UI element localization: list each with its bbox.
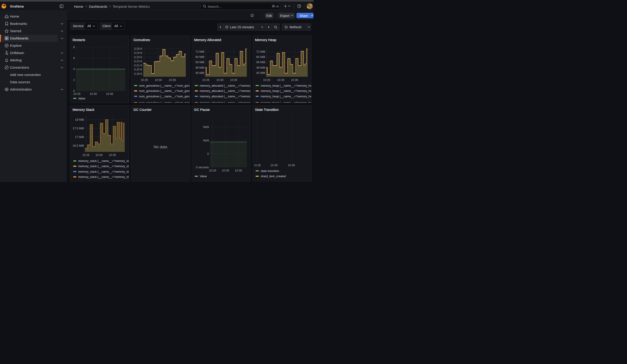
svg-text:10:30: 10:30: [222, 169, 229, 172]
svg-text:memory_stack {__name__="memory: memory_stack {__name__="memory_stack", i…: [78, 170, 129, 173]
svg-text:18 MiB: 18 MiB: [75, 118, 84, 121]
svg-text:Memory Stack: Memory Stack: [72, 108, 94, 111]
svg-text:memory_allocated {__name__="me: memory_allocated {__name__="memory_alloc…: [200, 84, 251, 87]
svg-text:64 MiB: 64 MiB: [195, 55, 204, 59]
svg-text:memory_heap {__name__="memory_: memory_heap {__name__="memory_heap", ins…: [261, 84, 312, 87]
svg-text:memory_stack {__name__="memory: memory_stack {__name__="memory_stack", i…: [78, 175, 129, 179]
svg-text:3.21 K: 3.21 K: [134, 64, 142, 67]
svg-text:10:25: 10:25: [263, 78, 270, 82]
svg-text:NaN: NaN: [203, 125, 209, 129]
svg-text:10:35: 10:35: [235, 169, 242, 172]
svg-text:10:30: 10:30: [90, 92, 97, 96]
svg-text:10:30: 10:30: [277, 78, 284, 82]
svg-text:Memory Allocated: Memory Allocated: [194, 38, 221, 42]
svg-text:NaN: NaN: [203, 139, 209, 142]
svg-text:10:25: 10:25: [209, 169, 216, 172]
svg-text:0:25: 0:25: [255, 164, 261, 167]
svg-text:48 MiB: 48 MiB: [256, 66, 265, 69]
svg-text:3.24 K: 3.24 K: [134, 51, 142, 54]
svg-text:10:35: 10:35: [109, 154, 116, 157]
svg-text:memory_allocated {__name__="me: memory_allocated {__name__="memory_alloc…: [200, 95, 251, 98]
svg-text:40 MiB: 40 MiB: [256, 71, 265, 75]
svg-text:16.5 MiB: 16.5 MiB: [73, 144, 84, 147]
svg-text:Restarts: Restarts: [72, 38, 85, 42]
svg-text:memory_heap {__name__="memory_: memory_heap {__name__="memory_heap", ins…: [261, 95, 312, 98]
svg-text:3.19 K: 3.19 K: [134, 72, 142, 75]
svg-text:0 seconds: 0 seconds: [196, 166, 209, 169]
svg-text:10:25: 10:25: [141, 78, 148, 82]
svg-text:State Transition: State Transition: [255, 108, 279, 111]
svg-text:10:35: 10:35: [230, 78, 237, 82]
svg-text:memory_stack {__name__="memory: memory_stack {__name__="memory_stack", i…: [78, 165, 129, 168]
svg-text:num_goroutines {__name__="num_: num_goroutines {__name__="num_goroutines…: [139, 95, 190, 98]
svg-text:10:25: 10:25: [73, 92, 80, 96]
svg-text:10:30: 10:30: [96, 154, 103, 157]
svg-text:memory_allocated {__name__="me: memory_allocated {__name__="memory_alloc…: [200, 101, 251, 103]
svg-text:10:35: 10:35: [288, 164, 295, 167]
svg-text:shard_item_created: shard_item_created: [261, 175, 286, 178]
svg-text:17 MiB: 17 MiB: [75, 135, 84, 139]
svg-text:3.22 K: 3.22 K: [134, 60, 142, 63]
svg-text:memory_stack {__name__="memory: memory_stack {__name__="memory_stack", i…: [78, 159, 129, 163]
svg-text:40 MiB: 40 MiB: [195, 71, 204, 75]
svg-text:10:25: 10:25: [82, 154, 89, 157]
svg-text:num_goroutines {__name__="num_: num_goroutines {__name__="num_goroutines…: [139, 84, 190, 87]
svg-text:72 MiB: 72 MiB: [195, 50, 204, 53]
svg-text:10:30: 10:30: [270, 164, 277, 167]
svg-text:10:35: 10:35: [169, 78, 176, 82]
svg-text:10:35: 10:35: [106, 92, 113, 96]
svg-text:10:25: 10:25: [202, 78, 209, 82]
svg-text:Goroutines: Goroutines: [133, 38, 150, 42]
svg-text:No data: No data: [154, 145, 167, 149]
svg-text:10:30: 10:30: [155, 78, 162, 82]
svg-text:Value: Value: [200, 175, 207, 178]
svg-text:17.5 MiB: 17.5 MiB: [73, 127, 84, 130]
svg-text:Memory Heap: Memory Heap: [255, 38, 276, 42]
svg-text:72 MiB: 72 MiB: [256, 50, 265, 53]
svg-text:10:30: 10:30: [216, 78, 223, 82]
svg-text:4: 4: [73, 67, 75, 71]
svg-text:3.23 K: 3.23 K: [134, 56, 142, 59]
svg-text:2: 2: [73, 78, 75, 82]
svg-text:3.20 K: 3.20 K: [134, 68, 142, 71]
svg-text:memory_heap {__name__="memory_: memory_heap {__name__="memory_heap", ins…: [261, 101, 312, 103]
svg-text:8: 8: [73, 46, 75, 49]
svg-text:10:35: 10:35: [291, 78, 298, 82]
svg-text:64 MiB: 64 MiB: [256, 55, 265, 59]
svg-text:num_goroutines {__name__="num_: num_goroutines {__name__="num_goroutines…: [139, 89, 190, 93]
svg-text:state transition: state transition: [261, 169, 279, 173]
svg-text:Value: Value: [78, 97, 85, 100]
svg-text:GC Pause: GC Pause: [194, 108, 210, 111]
svg-text:56 MiB: 56 MiB: [195, 61, 204, 64]
svg-text:56 MiB: 56 MiB: [256, 61, 265, 64]
svg-text:0: 0: [207, 152, 209, 156]
svg-text:memory_allocated {__name__="me: memory_allocated {__name__="memory_alloc…: [200, 89, 251, 93]
svg-text:48 MiB: 48 MiB: [195, 66, 204, 69]
svg-text:6: 6: [73, 56, 75, 60]
svg-text:num_goroutines {__name__="num_: num_goroutines {__name__="num_goroutines…: [139, 101, 190, 103]
svg-text:0: 0: [73, 89, 75, 93]
svg-text:memory_heap {__name__="memory_: memory_heap {__name__="memory_heap", ins…: [261, 89, 312, 93]
svg-text:GC Counter: GC Counter: [133, 108, 152, 111]
svg-text:3.25 K: 3.25 K: [134, 47, 142, 51]
